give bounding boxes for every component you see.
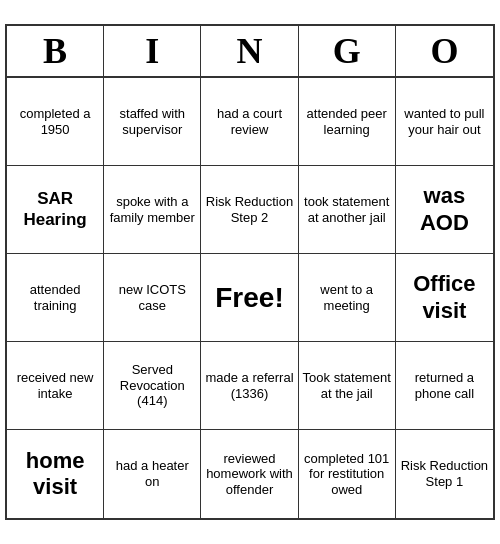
bingo-cell[interactable]: had a heater on bbox=[104, 430, 201, 518]
header-letter: O bbox=[396, 26, 493, 76]
bingo-cell[interactable]: completed 101 for restitution owed bbox=[299, 430, 396, 518]
bingo-cell[interactable]: had a court review bbox=[201, 78, 298, 166]
header-letter: G bbox=[299, 26, 396, 76]
bingo-grid: completed a 1950staffed with supervisorh… bbox=[7, 78, 493, 518]
bingo-cell[interactable]: completed a 1950 bbox=[7, 78, 104, 166]
bingo-cell[interactable]: went to a meeting bbox=[299, 254, 396, 342]
bingo-cell[interactable]: Took statement at the jail bbox=[299, 342, 396, 430]
bingo-cell[interactable]: home visit bbox=[7, 430, 104, 518]
bingo-cell[interactable]: wanted to pull your hair out bbox=[396, 78, 493, 166]
bingo-cell[interactable]: spoke with a family member bbox=[104, 166, 201, 254]
bingo-cell[interactable]: staffed with supervisor bbox=[104, 78, 201, 166]
bingo-cell[interactable]: SAR Hearing bbox=[7, 166, 104, 254]
bingo-cell[interactable]: attended peer learning bbox=[299, 78, 396, 166]
bingo-cell[interactable]: returned a phone call bbox=[396, 342, 493, 430]
header-letter: I bbox=[104, 26, 201, 76]
bingo-cell[interactable]: Served Revocation (414) bbox=[104, 342, 201, 430]
bingo-cell[interactable]: Risk Reduction Step 2 bbox=[201, 166, 298, 254]
bingo-cell[interactable]: received new intake bbox=[7, 342, 104, 430]
header-letter: B bbox=[7, 26, 104, 76]
bingo-header: BINGO bbox=[7, 26, 493, 78]
bingo-cell[interactable]: Risk Reduction Step 1 bbox=[396, 430, 493, 518]
bingo-card: BINGO completed a 1950staffed with super… bbox=[5, 24, 495, 520]
bingo-cell[interactable]: Free! bbox=[201, 254, 298, 342]
header-letter: N bbox=[201, 26, 298, 76]
bingo-cell[interactable]: made a referral (1336) bbox=[201, 342, 298, 430]
bingo-cell[interactable]: was AOD bbox=[396, 166, 493, 254]
bingo-cell[interactable]: reviewed homework with offender bbox=[201, 430, 298, 518]
bingo-cell[interactable]: Office visit bbox=[396, 254, 493, 342]
bingo-cell[interactable]: new ICOTS case bbox=[104, 254, 201, 342]
bingo-cell[interactable]: took statement at another jail bbox=[299, 166, 396, 254]
bingo-cell[interactable]: attended training bbox=[7, 254, 104, 342]
